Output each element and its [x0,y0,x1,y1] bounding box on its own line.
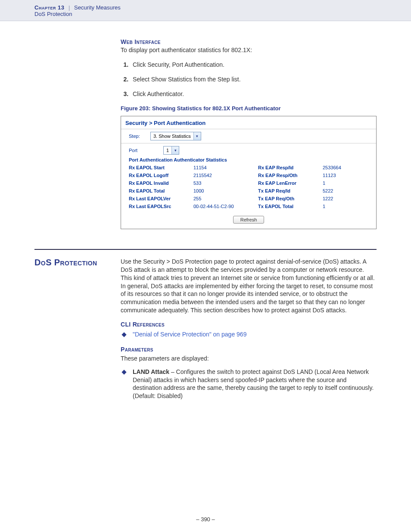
stat-value: 11123 [323,173,366,178]
param-name: LAND Attack [133,368,169,375]
step-select-value: 3. Show Statistics [151,134,193,139]
parameters-heading: Parameters [121,345,377,354]
step-row: Step: 3. Show Statistics ▾ [121,129,376,143]
dos-body: Use the Security > DoS Protection page t… [121,258,377,314]
cli-reference-link[interactable]: "Denial of Service Protection" on page 9… [133,331,246,338]
stat-key: Rx EAP Resp/Id [258,165,323,170]
chapter-line: Chapter 13 | Security Measures [34,4,411,11]
page-number: – 390 – [0,516,411,523]
stat-key: Rx EAPOL Start [129,165,193,170]
stat-key: Rx EAPOL Total [129,188,193,193]
stat-value: 5222 [323,188,366,193]
parameters-list: LAND Attack – Configures the switch to p… [121,368,377,401]
refresh-button[interactable]: Refresh [233,216,265,224]
stat-key: Rx EAPOL Invalid [129,180,193,186]
chevron-down-icon: ▾ [171,146,179,154]
stat-key: Rx EAP LenError [258,180,323,186]
list-item: "Denial of Service Protection" on page 9… [121,330,377,339]
chapter-title: Security Measures [74,4,121,11]
port-select-value: 1 [164,148,171,153]
stats-grid: Rx EAPOL Start 11154 Rx EAP Resp/Id 2533… [121,163,376,213]
stat-value: 00-02-44-51-C2-90 [193,204,258,209]
diamond-bullet-icon [121,370,126,374]
page-header: Chapter 13 | Security Measures DoS Prote… [0,0,411,21]
figure-screenshot: Security > Port Authentication Step: 3. … [121,116,377,229]
step-label: Step: [129,134,150,139]
stat-value: 533 [193,180,258,186]
cli-references-list: "Denial of Service Protection" on page 9… [121,330,377,339]
stat-value: 1000 [193,188,258,193]
figure-caption: Figure 203: Showing Statistics for 802.1… [121,105,377,112]
stat-key: Rx EAP Resp/Oth [258,173,323,178]
parameters-intro: These parameters are displayed: [121,355,377,363]
stat-value: 255 [193,196,258,201]
chevron-down-icon: ▾ [193,132,201,140]
refresh-row: Refresh [121,213,376,229]
web-interface-intro: To display port authenticator statistics… [121,46,377,54]
stat-key: Rx EAPOL Logoff [129,173,193,178]
stat-key: Rx Last EAPOLVer [129,196,193,201]
stat-value: 2115542 [193,173,258,178]
web-interface-heading: Web Interface [121,38,377,45]
section-title: DoS Protection [34,258,97,268]
step-item: Click Security, Port Authentication. [130,61,377,68]
stat-value: 1 [323,204,366,209]
list-item: LAND Attack – Configures the switch to p… [121,368,377,401]
chapter-number: Chapter 13 [34,4,64,11]
stat-key: Tx EAP Req/Id [258,188,323,193]
port-select[interactable]: 1 ▾ [163,146,179,155]
diamond-bullet-icon [121,332,126,337]
stat-key: Tx EAP Req/Oth [258,196,323,201]
stat-value: 1 [323,180,366,186]
stat-key: Tx EAPOL Total [258,204,323,209]
breadcrumb: Security > Port Authentication [121,116,376,129]
steps-list: Click Security, Port Authentication. Sel… [121,61,377,97]
stat-key: Rx Last EAPOLSrc [129,204,193,209]
cli-references-heading: CLI References [121,320,377,329]
stat-value: 11154 [193,165,258,170]
dos-protection-section: DoS Protection Use the Security > DoS Pr… [34,249,377,400]
stat-value: 2533664 [323,165,366,170]
divider-bar: | [66,4,72,11]
step-item: Click Authenticator. [130,90,377,97]
step-item: Select Show Statistics from the Step lis… [130,76,377,83]
step-select[interactable]: 3. Show Statistics ▾ [150,132,201,140]
stat-value: 1222 [323,196,366,201]
port-label: Port [129,148,163,153]
chapter-subsection: DoS Protection [34,11,411,17]
port-row: Port 1 ▾ [121,143,376,156]
stats-heading: Port Authentication Authenticator Statis… [121,156,376,163]
